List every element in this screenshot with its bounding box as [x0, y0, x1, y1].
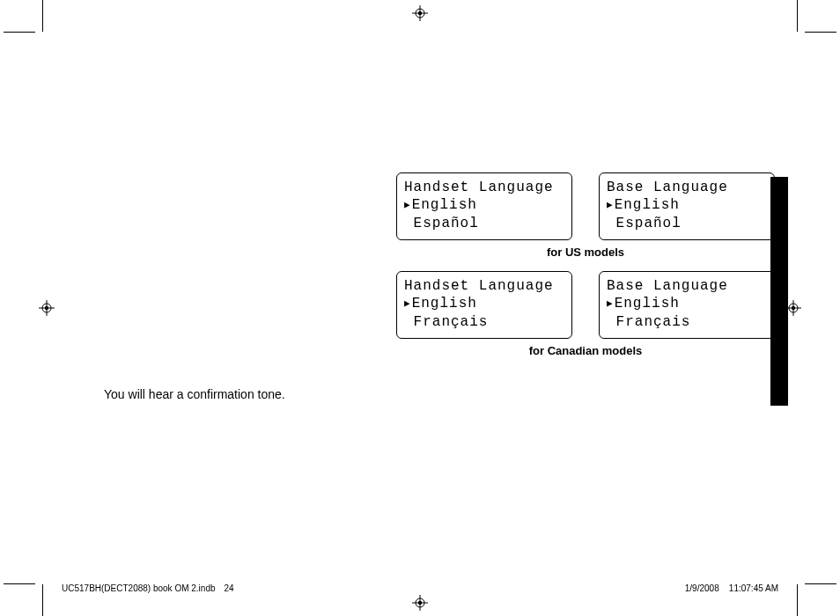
registration-mark-icon [39, 300, 55, 316]
footer-time: 11:07:45 AM [729, 583, 778, 593]
lcd-title: Base Language [607, 277, 767, 295]
lcd-base-us: Base Language English Español [599, 172, 775, 240]
print-footer: UC517BH(DECT2088) book OM 2.indb 24 1/9/… [62, 583, 778, 593]
lcd-item-selected: English [404, 295, 564, 313]
footer-date: 1/9/2008 [685, 583, 719, 593]
crop-mark-top-left [4, 0, 42, 39]
lcd-title: Handset Language [404, 179, 564, 196]
crop-mark-bottom-left [4, 577, 42, 616]
lcd-item-selected: English [607, 295, 767, 313]
body-text: You will hear a confirmation tone. [104, 387, 285, 401]
lcd-item: Français [404, 313, 564, 331]
registration-mark-icon [412, 595, 428, 611]
lcd-item-selected: English [404, 196, 564, 215]
lcd-base-ca: Base Language English Français [599, 271, 775, 339]
lcd-screens-block: Handset Language English Español Base La… [396, 172, 775, 370]
registration-mark-icon [412, 5, 428, 21]
crop-mark-bottom-right [798, 577, 836, 616]
lcd-title: Base Language [607, 179, 767, 196]
caption-us-models: for US models [396, 246, 775, 259]
caption-canadian-models: for Canadian models [396, 344, 775, 357]
crop-mark-top-right [798, 0, 836, 39]
footer-doc-name: UC517BH(DECT2088) book OM 2.indb [62, 583, 216, 593]
lcd-item: Español [404, 215, 564, 232]
footer-page-number: 24 [225, 583, 234, 593]
lcd-item-selected: English [607, 196, 767, 215]
lcd-item: Español [607, 215, 767, 232]
lcd-title: Handset Language [404, 277, 564, 295]
lcd-item: Français [607, 313, 767, 331]
lcd-handset-us: Handset Language English Español [396, 172, 572, 240]
lcd-handset-ca: Handset Language English Français [396, 271, 572, 339]
